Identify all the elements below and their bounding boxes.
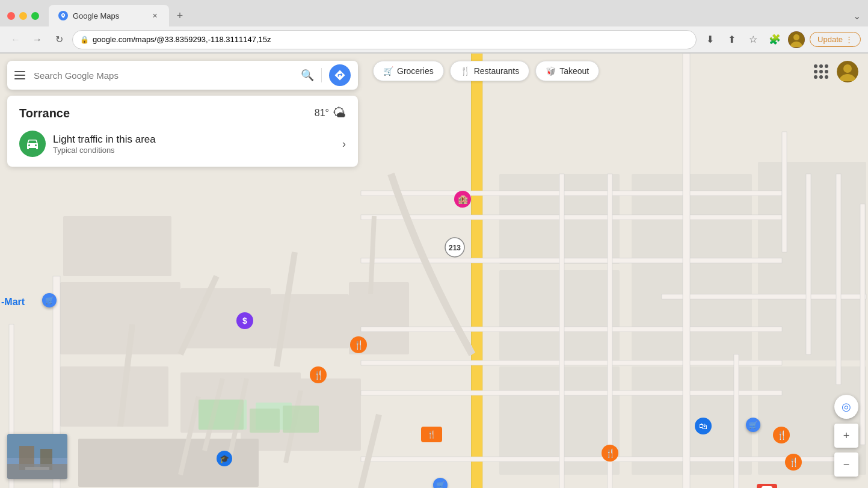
map-profile-avatar[interactable]	[837, 61, 858, 82]
restaurants-pill[interactable]: 🍴 Restaurants	[450, 61, 529, 81]
svg-rect-12	[60, 366, 168, 427]
url-text: google.com/maps/@33.8359293,-118.3111147…	[93, 35, 271, 44]
update-button[interactable]: Update ⋮	[810, 32, 861, 47]
madre-restaurant-pin[interactable]: 🍴	[350, 336, 367, 353]
close-button[interactable]	[7, 12, 15, 20]
svg-rect-19	[632, 270, 752, 360]
numero-uno-pin[interactable]: 🛒	[746, 418, 760, 432]
groceries-icon: 🛒	[383, 66, 393, 76]
harbor-ucla-pin[interactable]: H	[757, 484, 777, 488]
more-tabs-button[interactable]: ⌄	[853, 10, 861, 22]
food-pin-1[interactable]: 🍴	[773, 427, 790, 443]
map-controls: ◎ + −	[834, 395, 858, 477]
car-icon	[25, 137, 40, 151]
traffic-arrow[interactable]: ›	[342, 138, 346, 150]
svg-rect-42	[806, 174, 811, 354]
search-input[interactable]	[34, 70, 296, 81]
svg-rect-39	[559, 174, 564, 488]
nav-actions: ⬇ ⬆ ☆ 🧩 Update ⋮	[701, 31, 861, 48]
svg-rect-43	[836, 174, 841, 385]
hamburger-button[interactable]	[14, 68, 29, 82]
ralphs-pin[interactable]: 🛒	[433, 478, 448, 488]
torrance-high-pin[interactable]: 🎓	[217, 451, 232, 466]
svg-rect-44	[860, 204, 865, 445]
svg-rect-34	[361, 360, 782, 365]
back-button[interactable]: ←	[7, 31, 24, 48]
mcdonalds-pin[interactable]: 🍴	[602, 445, 618, 462]
traffic-condition: Light traffic in this area	[53, 134, 335, 146]
svg-rect-40	[608, 174, 612, 488]
chase-bank-pin[interactable]: $	[236, 312, 253, 329]
weather-info: 81° 🌤	[315, 105, 346, 121]
tab-title: Google Maps	[73, 11, 145, 20]
share-button[interactable]: ⬆	[723, 31, 740, 48]
forward-button[interactable]: →	[29, 31, 46, 48]
reload-button[interactable]: ↻	[51, 31, 67, 48]
my-location-button[interactable]: ◎	[834, 395, 858, 419]
groceries-pill[interactable]: 🛒 Groceries	[373, 61, 444, 81]
extensions-button[interactable]: 🧩	[766, 31, 783, 48]
minimize-button[interactable]	[19, 12, 27, 20]
food-pin-2[interactable]: 🍴	[785, 454, 802, 471]
tab-close-button[interactable]: ✕	[150, 11, 159, 20]
street-view-thumbnail[interactable]	[7, 434, 67, 479]
svg-point-1	[63, 14, 64, 16]
svg-rect-32	[662, 294, 866, 299]
svg-rect-70	[25, 467, 49, 470]
category-pills: 🛒 Groceries 🍴 Restaurants 🥡 Takeout	[373, 61, 599, 81]
svg-rect-41	[734, 354, 739, 488]
google-apps-button[interactable]	[810, 61, 832, 82]
svg-rect-26	[472, 54, 482, 488]
wmart-label: -Mart	[1, 297, 25, 307]
svg-rect-28	[482, 54, 482, 488]
svg-rect-17	[758, 162, 866, 282]
redac-gateway-pin[interactable]: 🏨	[454, 191, 471, 208]
tab-favicon	[58, 11, 68, 20]
svg-rect-58	[199, 400, 244, 430]
rite-aid-pin[interactable]: 🛍	[695, 418, 712, 434]
svg-rect-45	[782, 132, 787, 252]
profile-avatar[interactable]	[788, 31, 805, 48]
zoom-in-button[interactable]: +	[834, 424, 858, 448]
takeout-icon: 🥡	[546, 66, 556, 76]
traffic-row[interactable]: Light traffic in this area Typical condi…	[19, 131, 346, 157]
groceries-label: Groceries	[397, 66, 434, 76]
torrance-bakery-pin[interactable]: 🍴	[310, 366, 327, 383]
svg-rect-6	[60, 282, 180, 354]
traffic-lights	[7, 12, 39, 20]
bookmark-button[interactable]: ☆	[745, 31, 762, 48]
download-button[interactable]: ⬇	[701, 31, 718, 48]
lock-icon: 🔒	[80, 36, 89, 44]
zoom-out-button[interactable]: −	[834, 452, 858, 477]
svg-rect-29	[361, 191, 782, 196]
search-divider	[321, 68, 322, 82]
svg-rect-30	[361, 215, 782, 220]
new-tab-button[interactable]: +	[171, 7, 188, 24]
restaurants-label: Restaurants	[474, 66, 519, 76]
takeout-pill[interactable]: 🥡 Takeout	[535, 61, 599, 81]
restaurants-icon: 🍴	[460, 66, 470, 76]
maximize-button[interactable]	[31, 12, 39, 20]
active-tab[interactable]: Google Maps ✕	[49, 5, 169, 26]
tab-bar: Google Maps ✕ + ⌄	[0, 0, 868, 26]
svg-rect-27	[471, 54, 472, 488]
svg-rect-20	[758, 270, 866, 360]
svg-rect-59	[250, 409, 280, 433]
nav-bar: ← → ↻ 🔒 google.com/maps/@33.8359293,-118…	[0, 26, 868, 53]
search-icon[interactable]: 🔍	[301, 69, 314, 82]
browser-chrome: Google Maps ✕ + ⌄ ← → ↻ 🔒 google.com/map…	[0, 0, 868, 54]
svg-point-3	[793, 34, 799, 40]
takeout-label: Takeout	[559, 66, 589, 76]
wadatsumi-pin[interactable]: 🍴	[421, 427, 442, 442]
url-bar[interactable]: 🔒 google.com/maps/@33.8359293,-118.31111…	[72, 30, 697, 49]
svg-rect-60	[283, 406, 319, 433]
search-bar[interactable]: 🔍	[7, 61, 358, 90]
traffic-text: Light traffic in this area Typical condi…	[53, 134, 335, 155]
directions-button[interactable]	[329, 64, 351, 86]
svg-rect-35	[361, 391, 782, 395]
temperature: 81°	[315, 108, 329, 119]
svg-rect-69	[7, 464, 67, 479]
map-container[interactable]: 213 H Community Church ▼ Community Churc…	[0, 54, 868, 488]
svg-text:213: 213	[449, 244, 461, 252]
wmart-pin[interactable]: 🛒	[42, 293, 57, 307]
